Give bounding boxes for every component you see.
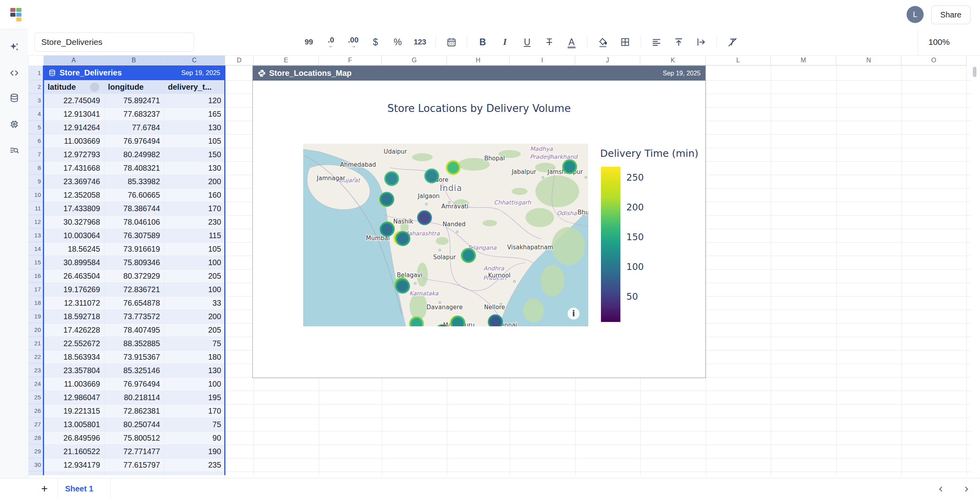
table-cell[interactable]: 21.160522 [44,445,104,458]
table-cell[interactable]: 165 [164,107,225,121]
table-cell[interactable]: 75.800512 [104,431,164,445]
column-header-N[interactable]: N [836,55,901,66]
row-header-29[interactable]: 29 [28,445,44,458]
table-cell[interactable]: 12.972793 [44,148,104,161]
row-header-9[interactable]: 9 [28,175,44,188]
table-cell[interactable]: 12.913041 [44,107,104,121]
store-marker[interactable] [425,170,438,183]
table-column-header-latitude[interactable]: latitude [44,80,104,94]
row-header-24[interactable]: 24 [28,377,44,391]
table-cell[interactable]: 76.60665 [104,188,164,202]
column-header-L[interactable]: L [706,55,771,66]
table-cell[interactable]: 77.615797 [104,458,164,472]
fill-color-button[interactable] [596,33,610,51]
table-cell[interactable]: 75 [164,418,225,431]
row-header-28[interactable]: 28 [28,431,44,445]
store-marker[interactable] [451,316,464,326]
table-cell[interactable]: 76.654878 [104,296,164,310]
table-cell[interactable]: 17.433809 [44,202,104,215]
table-cell[interactable]: 80.250744 [104,418,164,431]
row-header-19[interactable]: 19 [28,310,44,323]
table-cell[interactable]: 130 [164,364,225,377]
table-cell[interactable]: 19.221315 [44,404,104,418]
table-cell[interactable]: 23.369746 [44,175,104,188]
column-header-F[interactable]: F [319,55,382,66]
table-cell[interactable]: 100 [164,283,225,296]
vertical-align-button[interactable] [672,33,685,51]
share-button[interactable]: Share [931,6,970,24]
column-header-K[interactable]: K [640,55,706,66]
row-header-5[interactable]: 5 [28,121,44,134]
table-cell[interactable]: 12.934179 [44,458,104,472]
row-header-26[interactable]: 26 [28,404,44,418]
row-header-31[interactable] [28,472,44,475]
date-format-button[interactable] [445,33,458,51]
table-cell[interactable]: 90 [164,431,225,445]
table-column-header-delivery_t[interactable]: delivery_t... [164,80,225,94]
horizontal-align-button[interactable] [650,33,663,51]
table-cell[interactable]: 85.325146 [104,364,164,377]
app-logo-icon[interactable] [10,8,22,21]
table-cell[interactable]: 22.745049 [44,94,104,107]
table-cell[interactable]: 13.005801 [44,418,104,431]
table-cell[interactable]: 78.407495 [104,323,164,337]
table-cell[interactable]: 75 [164,337,225,350]
column-header-B[interactable]: B [104,55,164,66]
text-color-button[interactable]: A [565,33,578,51]
table-cell[interactable]: 78.386744 [104,202,164,215]
widget-header[interactable]: Store_Locations_Map Sep 19, 2025 [253,66,705,81]
table-cell[interactable]: 17.426228 [44,323,104,337]
table-cell[interactable]: 170 [164,202,225,215]
table-cell[interactable]: 80.372929 [104,269,164,283]
row-header-22[interactable]: 22 [28,350,44,364]
table-cell[interactable]: 73.915367 [104,350,164,364]
bold-button[interactable]: B [476,33,489,51]
map-canvas[interactable]: GujaratMadhyaPradeshJharkhandChhattisgar… [303,144,588,326]
column-header-A[interactable]: A [44,55,104,66]
column-header-H[interactable]: H [447,55,510,66]
store-marker[interactable] [462,249,475,262]
table-cell[interactable]: 12.311072 [44,296,104,310]
store-marker[interactable] [410,317,423,326]
store-marker[interactable] [447,161,460,174]
table-cell[interactable]: 23.357804 [44,364,104,377]
table-cell[interactable]: 33 [164,296,225,310]
column-header-M[interactable]: M [771,55,836,66]
row-header-8[interactable]: 8 [28,161,44,175]
table-cell[interactable]: 75.809346 [104,256,164,269]
sidebar-item-ai-sparkles[interactable] [9,42,19,52]
table-cell[interactable]: 85.33982 [104,175,164,188]
sheet-tab[interactable]: Sheet 1 [58,478,111,499]
row-header-20[interactable]: 20 [28,323,44,337]
table-cell[interactable]: 88.352885 [104,337,164,350]
table-cell[interactable]: 78.408321 [104,161,164,175]
table-cell[interactable]: 100 [164,377,225,391]
row-header-2[interactable]: 2 [28,80,44,94]
table-cell[interactable]: 18.563934 [44,350,104,364]
table-cell[interactable]: 12.352058 [44,188,104,202]
table-cell[interactable]: 19.176269 [44,283,104,296]
sidebar-item-explore-search[interactable] [9,145,19,156]
row-header-4[interactable]: 4 [28,107,44,121]
column-header-O[interactable]: O [901,55,967,66]
column-header-D[interactable]: D [225,55,254,66]
select-all-corner[interactable] [28,55,44,66]
underline-button[interactable]: U [520,33,534,51]
table-cell[interactable]: 12.914264 [44,121,104,134]
table-cell[interactable]: 180 [164,350,225,364]
table-cell[interactable]: 30.327968 [44,215,104,229]
strikethrough-button[interactable]: T [543,33,556,51]
add-sheet-button[interactable]: + [31,478,58,499]
table-cell[interactable]: 200 [164,175,225,188]
column-header-G[interactable]: G [382,55,447,66]
table-cell[interactable]: 120 [164,94,225,107]
name-box[interactable]: Store_Deliveries [35,33,194,52]
table-cell[interactable]: 72.862381 [104,404,164,418]
row-header-12[interactable]: 12 [28,215,44,229]
number-format-button[interactable]: 123 [413,33,427,51]
table-cell[interactable]: 72.771477 [104,445,164,458]
vertical-scrollbar-thumb[interactable] [973,67,976,77]
column-header-C[interactable]: C [164,55,225,66]
table-cell[interactable]: 80.249982 [104,148,164,161]
text-rotation-button[interactable] [694,33,708,51]
